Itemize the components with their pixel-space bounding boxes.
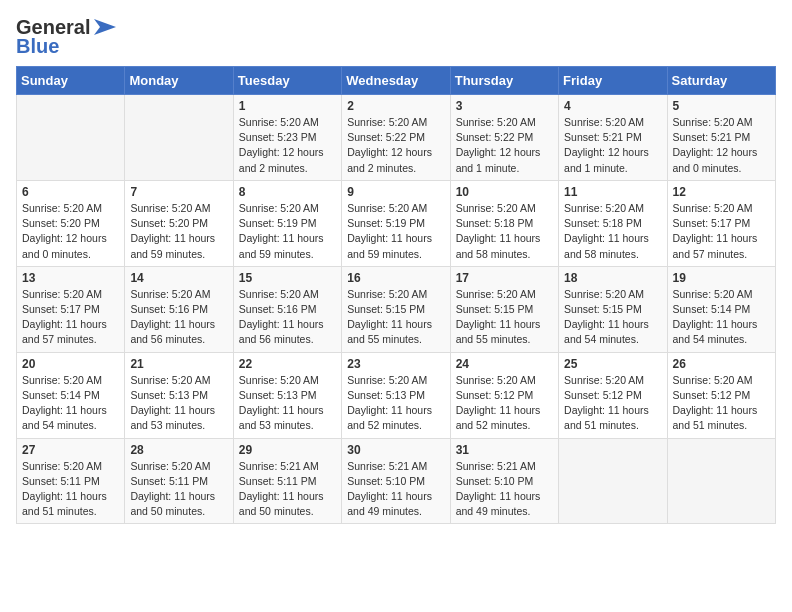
day-info: Sunrise: 5:20 AMSunset: 5:19 PMDaylight:… [239,201,336,262]
page-header: General Blue [16,16,776,58]
day-info: Sunrise: 5:20 AMSunset: 5:14 PMDaylight:… [673,287,770,348]
calendar-cell [559,438,667,524]
calendar-cell: 26Sunrise: 5:20 AMSunset: 5:12 PMDayligh… [667,352,775,438]
calendar-cell: 12Sunrise: 5:20 AMSunset: 5:17 PMDayligh… [667,180,775,266]
calendar-week-row: 27Sunrise: 5:20 AMSunset: 5:11 PMDayligh… [17,438,776,524]
calendar-cell: 11Sunrise: 5:20 AMSunset: 5:18 PMDayligh… [559,180,667,266]
calendar-cell: 7Sunrise: 5:20 AMSunset: 5:20 PMDaylight… [125,180,233,266]
day-number: 2 [347,99,444,113]
day-number: 10 [456,185,553,199]
calendar-cell [17,95,125,181]
logo-arrow-icon [94,19,116,35]
day-number: 27 [22,443,119,457]
day-info: Sunrise: 5:20 AMSunset: 5:19 PMDaylight:… [347,201,444,262]
calendar-cell: 30Sunrise: 5:21 AMSunset: 5:10 PMDayligh… [342,438,450,524]
day-number: 8 [239,185,336,199]
calendar-cell: 18Sunrise: 5:20 AMSunset: 5:15 PMDayligh… [559,266,667,352]
day-number: 23 [347,357,444,371]
day-info: Sunrise: 5:20 AMSunset: 5:15 PMDaylight:… [456,287,553,348]
calendar-week-row: 13Sunrise: 5:20 AMSunset: 5:17 PMDayligh… [17,266,776,352]
calendar-cell: 2Sunrise: 5:20 AMSunset: 5:22 PMDaylight… [342,95,450,181]
day-info: Sunrise: 5:20 AMSunset: 5:11 PMDaylight:… [130,459,227,520]
day-info: Sunrise: 5:20 AMSunset: 5:22 PMDaylight:… [347,115,444,176]
day-number: 9 [347,185,444,199]
calendar-cell: 29Sunrise: 5:21 AMSunset: 5:11 PMDayligh… [233,438,341,524]
day-info: Sunrise: 5:20 AMSunset: 5:12 PMDaylight:… [564,373,661,434]
day-info: Sunrise: 5:21 AMSunset: 5:10 PMDaylight:… [347,459,444,520]
day-number: 6 [22,185,119,199]
day-number: 15 [239,271,336,285]
calendar-cell: 8Sunrise: 5:20 AMSunset: 5:19 PMDaylight… [233,180,341,266]
day-info: Sunrise: 5:20 AMSunset: 5:21 PMDaylight:… [673,115,770,176]
calendar-day-header: Monday [125,67,233,95]
day-info: Sunrise: 5:20 AMSunset: 5:12 PMDaylight:… [456,373,553,434]
day-number: 3 [456,99,553,113]
day-info: Sunrise: 5:21 AMSunset: 5:10 PMDaylight:… [456,459,553,520]
day-number: 13 [22,271,119,285]
day-number: 5 [673,99,770,113]
day-number: 24 [456,357,553,371]
calendar-week-row: 20Sunrise: 5:20 AMSunset: 5:14 PMDayligh… [17,352,776,438]
day-info: Sunrise: 5:20 AMSunset: 5:23 PMDaylight:… [239,115,336,176]
day-info: Sunrise: 5:20 AMSunset: 5:16 PMDaylight:… [239,287,336,348]
calendar-cell: 23Sunrise: 5:20 AMSunset: 5:13 PMDayligh… [342,352,450,438]
calendar-week-row: 1Sunrise: 5:20 AMSunset: 5:23 PMDaylight… [17,95,776,181]
day-info: Sunrise: 5:20 AMSunset: 5:18 PMDaylight:… [456,201,553,262]
calendar-table: SundayMondayTuesdayWednesdayThursdayFrid… [16,66,776,524]
calendar-cell: 20Sunrise: 5:20 AMSunset: 5:14 PMDayligh… [17,352,125,438]
day-number: 29 [239,443,336,457]
calendar-cell: 27Sunrise: 5:20 AMSunset: 5:11 PMDayligh… [17,438,125,524]
calendar-cell [125,95,233,181]
day-info: Sunrise: 5:20 AMSunset: 5:16 PMDaylight:… [130,287,227,348]
calendar-cell: 25Sunrise: 5:20 AMSunset: 5:12 PMDayligh… [559,352,667,438]
day-number: 22 [239,357,336,371]
day-info: Sunrise: 5:20 AMSunset: 5:20 PMDaylight:… [22,201,119,262]
calendar-week-row: 6Sunrise: 5:20 AMSunset: 5:20 PMDaylight… [17,180,776,266]
calendar-cell: 17Sunrise: 5:20 AMSunset: 5:15 PMDayligh… [450,266,558,352]
day-number: 16 [347,271,444,285]
day-number: 28 [130,443,227,457]
day-number: 31 [456,443,553,457]
calendar-cell: 28Sunrise: 5:20 AMSunset: 5:11 PMDayligh… [125,438,233,524]
day-number: 4 [564,99,661,113]
day-info: Sunrise: 5:20 AMSunset: 5:22 PMDaylight:… [456,115,553,176]
day-info: Sunrise: 5:20 AMSunset: 5:21 PMDaylight:… [564,115,661,176]
day-number: 19 [673,271,770,285]
calendar-cell: 14Sunrise: 5:20 AMSunset: 5:16 PMDayligh… [125,266,233,352]
day-info: Sunrise: 5:20 AMSunset: 5:17 PMDaylight:… [673,201,770,262]
day-number: 30 [347,443,444,457]
calendar-cell: 4Sunrise: 5:20 AMSunset: 5:21 PMDaylight… [559,95,667,181]
day-number: 21 [130,357,227,371]
calendar-cell: 15Sunrise: 5:20 AMSunset: 5:16 PMDayligh… [233,266,341,352]
day-info: Sunrise: 5:20 AMSunset: 5:13 PMDaylight:… [130,373,227,434]
calendar-day-header: Friday [559,67,667,95]
calendar-day-header: Tuesday [233,67,341,95]
calendar-day-header: Sunday [17,67,125,95]
calendar-cell [667,438,775,524]
day-info: Sunrise: 5:20 AMSunset: 5:18 PMDaylight:… [564,201,661,262]
day-info: Sunrise: 5:20 AMSunset: 5:11 PMDaylight:… [22,459,119,520]
calendar-cell: 21Sunrise: 5:20 AMSunset: 5:13 PMDayligh… [125,352,233,438]
day-info: Sunrise: 5:20 AMSunset: 5:12 PMDaylight:… [673,373,770,434]
day-number: 25 [564,357,661,371]
logo: General Blue [16,16,116,58]
day-number: 14 [130,271,227,285]
calendar-cell: 3Sunrise: 5:20 AMSunset: 5:22 PMDaylight… [450,95,558,181]
calendar-cell: 19Sunrise: 5:20 AMSunset: 5:14 PMDayligh… [667,266,775,352]
day-number: 26 [673,357,770,371]
day-info: Sunrise: 5:20 AMSunset: 5:15 PMDaylight:… [347,287,444,348]
day-number: 18 [564,271,661,285]
calendar-cell: 13Sunrise: 5:20 AMSunset: 5:17 PMDayligh… [17,266,125,352]
calendar-day-header: Saturday [667,67,775,95]
calendar-cell: 1Sunrise: 5:20 AMSunset: 5:23 PMDaylight… [233,95,341,181]
logo-blue: Blue [16,35,59,58]
day-info: Sunrise: 5:20 AMSunset: 5:20 PMDaylight:… [130,201,227,262]
day-info: Sunrise: 5:20 AMSunset: 5:15 PMDaylight:… [564,287,661,348]
calendar-cell: 31Sunrise: 5:21 AMSunset: 5:10 PMDayligh… [450,438,558,524]
day-info: Sunrise: 5:20 AMSunset: 5:13 PMDaylight:… [239,373,336,434]
calendar-cell: 24Sunrise: 5:20 AMSunset: 5:12 PMDayligh… [450,352,558,438]
day-number: 11 [564,185,661,199]
calendar-cell: 5Sunrise: 5:20 AMSunset: 5:21 PMDaylight… [667,95,775,181]
day-number: 1 [239,99,336,113]
day-number: 7 [130,185,227,199]
